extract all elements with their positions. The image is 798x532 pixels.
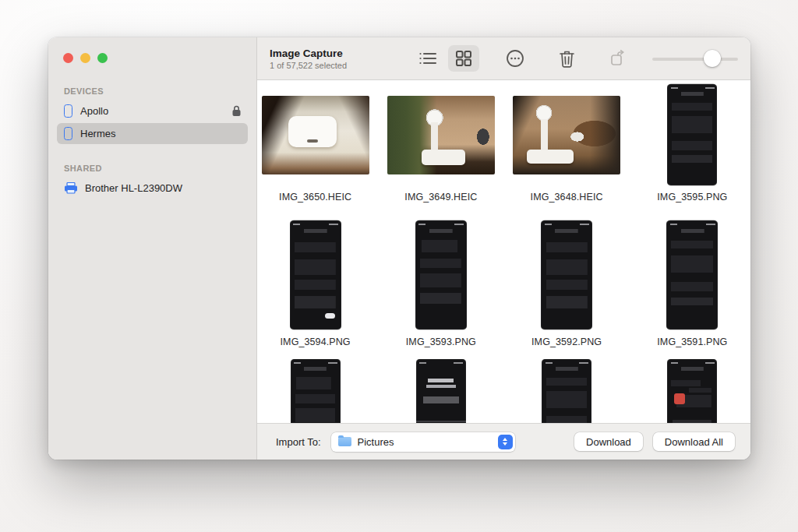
rotate-icon xyxy=(609,50,627,68)
import-to-label: Import To: xyxy=(276,436,321,448)
popup-chevrons-icon xyxy=(498,435,513,449)
thumbnail-img-3649[interactable] xyxy=(387,96,495,174)
footer-bar: Import To: Pictures Download Download Al… xyxy=(257,423,750,460)
download-button[interactable]: Download xyxy=(574,432,643,451)
thumbnail-img-3648[interactable] xyxy=(513,96,620,174)
sidebar-item-label: Brother HL-L2390DW xyxy=(85,182,182,194)
file-name: IMG_3594.PNG xyxy=(281,336,351,347)
grid-view-button[interactable] xyxy=(448,45,479,72)
toolbar: Image Capture 1 of 57,522 selected xyxy=(257,37,750,80)
thumbnail-partial-2[interactable] xyxy=(416,359,466,423)
grid-item[interactable]: IMG_3649.HEIC xyxy=(383,83,499,203)
list-view-button[interactable] xyxy=(412,45,443,72)
grid-item[interactable] xyxy=(634,359,750,423)
grid-item[interactable]: IMG_3650.HEIC xyxy=(257,83,373,203)
list-view-icon xyxy=(418,51,437,66)
grid-item[interactable]: IMG_3592.PNG xyxy=(509,218,625,347)
minimize-window-button[interactable] xyxy=(80,53,90,63)
iphone-icon xyxy=(64,127,72,140)
main-pane: Image Capture 1 of 57,522 selected xyxy=(257,37,750,460)
selection-status: 1 of 57,522 selected xyxy=(270,61,347,71)
close-window-button[interactable] xyxy=(63,53,73,63)
more-actions-button[interactable] xyxy=(500,45,531,72)
sidebar-item-label: Hermes xyxy=(80,128,116,139)
file-name: IMG_3650.HEIC xyxy=(279,192,351,203)
thumbnail-grid: IMG_3650.HEIC IMG_3649.HEIC IMG_3648.HEI… xyxy=(257,80,750,423)
grid-item[interactable] xyxy=(509,359,625,423)
window-controls xyxy=(48,37,256,63)
sidebar-item-label: Apollo xyxy=(80,105,108,117)
lock-icon xyxy=(231,105,242,117)
sidebar-item-hermes[interactable]: Hermes xyxy=(57,123,248,144)
trash-icon xyxy=(559,50,575,68)
grid-item[interactable]: IMG_3594.PNG xyxy=(257,218,373,347)
file-name: IMG_3591.PNG xyxy=(657,336,727,347)
ellipsis-circle-icon xyxy=(506,49,524,68)
printer-icon xyxy=(64,182,78,194)
thumbnail-img-3591[interactable] xyxy=(666,220,718,329)
slider-knob[interactable] xyxy=(704,50,721,67)
grid-item[interactable]: IMG_3648.HEIC xyxy=(509,83,625,203)
sidebar-item-apollo[interactable]: Apollo xyxy=(57,100,248,122)
title-block: Image Capture 1 of 57,522 selected xyxy=(270,48,347,71)
thumbnail-img-3594[interactable] xyxy=(290,220,341,329)
iphone-icon xyxy=(64,104,72,118)
file-name: IMG_3592.PNG xyxy=(531,336,602,347)
rotate-button[interactable] xyxy=(602,45,634,72)
grid-item[interactable] xyxy=(257,359,373,423)
shared-section-label: SHARED xyxy=(48,164,256,173)
grid-view-icon xyxy=(455,50,472,67)
sidebar-item-brother-printer[interactable]: Brother HL-L2390DW xyxy=(57,178,248,199)
file-name: IMG_3649.HEIC xyxy=(404,192,477,203)
thumbnail-partial-3[interactable] xyxy=(542,359,591,423)
thumbnail-img-3650[interactable] xyxy=(262,96,369,174)
file-name: IMG_3595.PNG xyxy=(657,192,727,203)
window-title: Image Capture xyxy=(270,48,347,60)
folder-icon xyxy=(338,437,351,446)
thumbnail-img-3592[interactable] xyxy=(541,220,592,329)
grid-item[interactable]: IMG_3595.PNG xyxy=(634,83,750,203)
thumbnail-partial-1[interactable] xyxy=(291,359,341,423)
grid-item[interactable]: IMG_3591.PNG xyxy=(634,218,750,347)
delete-button[interactable] xyxy=(551,45,582,72)
sidebar: DEVICES Apollo Hermes SHARED xyxy=(48,37,257,460)
grid-item[interactable] xyxy=(383,359,499,423)
destination-value: Pictures xyxy=(358,436,498,448)
thumbnail-img-3595[interactable] xyxy=(667,84,717,185)
thumbnail-img-3593[interactable] xyxy=(415,220,467,329)
thumbnail-partial-4[interactable] xyxy=(667,359,717,423)
grid-item[interactable]: IMG_3593.PNG xyxy=(383,218,499,347)
download-all-button[interactable]: Download All xyxy=(653,432,735,451)
image-capture-window: DEVICES Apollo Hermes SHARED xyxy=(48,37,750,460)
slider-track xyxy=(652,58,738,61)
file-name: IMG_3648.HEIC xyxy=(531,192,603,203)
devices-section-label: DEVICES xyxy=(48,86,256,96)
file-name: IMG_3593.PNG xyxy=(406,336,476,347)
destination-popup[interactable]: Pictures xyxy=(331,432,515,452)
zoom-window-button[interactable] xyxy=(97,53,108,63)
thumbnail-zoom-slider[interactable] xyxy=(652,49,738,68)
